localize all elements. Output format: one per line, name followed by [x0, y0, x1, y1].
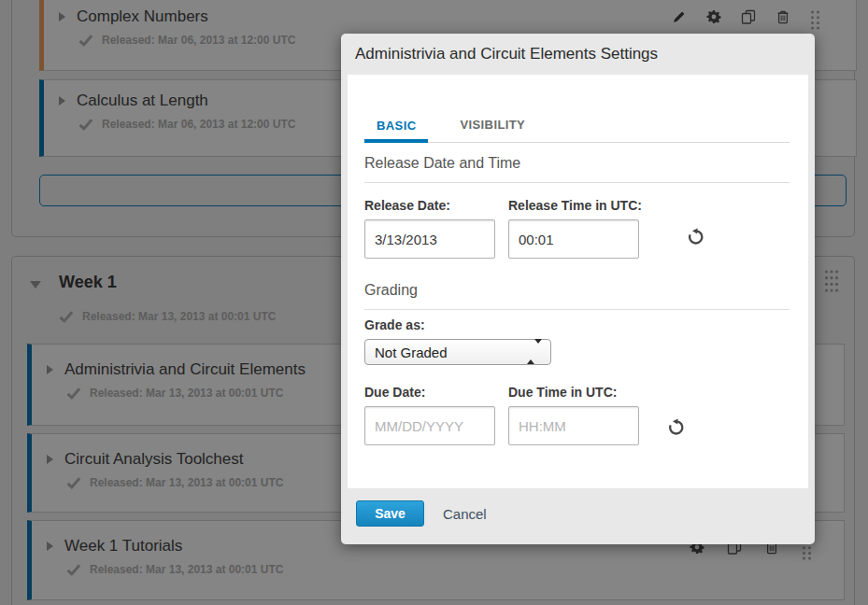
due-date-field-group: Due Date:	[364, 385, 495, 445]
release-time-input[interactable]	[508, 219, 639, 259]
reset-icon[interactable]	[667, 418, 686, 437]
settings-modal: Administrivia and Circuit Elements Setti…	[341, 34, 815, 544]
grade-select-value: Not Graded	[375, 345, 448, 360]
grading-section-heading: Grading	[364, 282, 790, 310]
modal-title: Administrivia and Circuit Elements Setti…	[355, 45, 658, 63]
due-fields: Due Date: Due Time in UTC:	[364, 385, 639, 445]
release-section-heading: Release Date and Time	[364, 155, 790, 183]
release-time-field-group: Release Time in UTC:	[508, 198, 639, 259]
due-time-input[interactable]	[508, 406, 639, 445]
tab-visibility[interactable]: VISIBILITY	[448, 118, 537, 142]
due-date-label: Due Date:	[364, 385, 495, 400]
chevron-up-down-icon	[527, 344, 542, 360]
reset-icon[interactable]	[687, 228, 705, 246]
release-date-label: Release Date:	[364, 198, 495, 213]
modal-footer: Save Cancel	[356, 500, 487, 527]
due-date-input[interactable]	[364, 406, 495, 445]
release-fields: Release Date: Release Time in UTC:	[364, 198, 639, 259]
release-date-field-group: Release Date:	[364, 198, 495, 259]
modal-body: BASIC VISIBILITY Release Date and Time R…	[348, 75, 808, 488]
save-button[interactable]: Save	[356, 500, 424, 527]
due-time-field-group: Due Time in UTC:	[508, 385, 639, 445]
due-time-label: Due Time in UTC:	[508, 385, 639, 400]
grade-select[interactable]: Not Graded	[364, 339, 551, 365]
grade-as-label: Grade as:	[364, 317, 425, 332]
course-outline-page: Complex Numbers Released: Mar 06, 2013 a…	[0, 0, 868, 605]
cancel-link[interactable]: Cancel	[443, 506, 487, 522]
release-time-label: Release Time in UTC:	[508, 198, 639, 213]
modal-tabs: BASIC VISIBILITY	[364, 118, 790, 143]
tab-basic[interactable]: BASIC	[364, 119, 428, 143]
release-date-input[interactable]	[364, 219, 495, 259]
